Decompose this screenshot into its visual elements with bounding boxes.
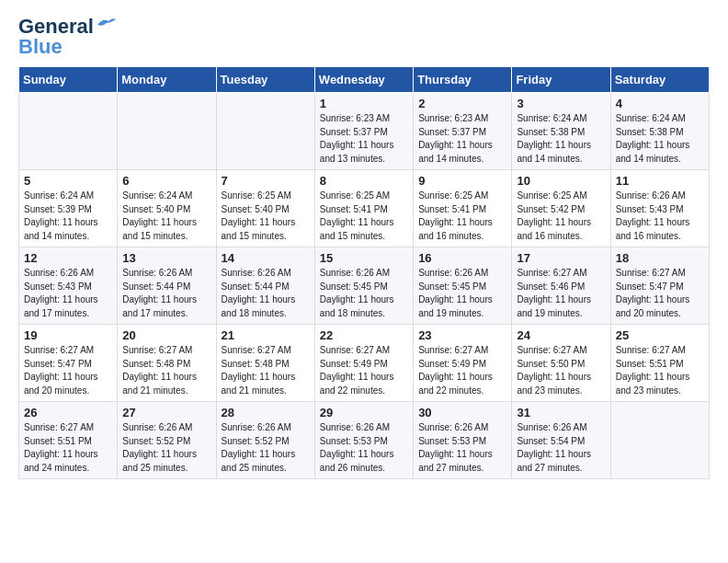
calendar-cell: [19, 93, 118, 170]
day-number: 18: [616, 251, 704, 265]
day-info: Sunrise: 6:25 AMSunset: 5:41 PMDaylight:…: [418, 190, 506, 243]
logo: General Blue: [18, 15, 116, 59]
page: General Blue SundayMondayTuesdayWednesda…: [0, 0, 728, 494]
calendar-cell: 10Sunrise: 6:25 AMSunset: 5:42 PMDayligh…: [512, 170, 610, 247]
day-number: 16: [418, 251, 506, 265]
weekday-header-sunday: Sunday: [19, 67, 118, 93]
day-info: Sunrise: 6:24 AMSunset: 5:38 PMDaylight:…: [616, 112, 704, 166]
calendar-cell: 6Sunrise: 6:24 AMSunset: 5:40 PMDaylight…: [118, 170, 216, 247]
day-info: Sunrise: 6:23 AMSunset: 5:37 PMDaylight:…: [418, 112, 506, 166]
logo-bird-icon: [96, 16, 116, 32]
day-info: Sunrise: 6:27 AMSunset: 5:48 PMDaylight:…: [122, 344, 210, 397]
day-info: Sunrise: 6:25 AMSunset: 5:41 PMDaylight:…: [320, 190, 408, 243]
weekday-header-row: SundayMondayTuesdayWednesdayThursdayFrid…: [19, 67, 710, 93]
calendar-cell: 28Sunrise: 6:26 AMSunset: 5:52 PMDayligh…: [216, 402, 314, 479]
day-number: 21: [222, 328, 310, 342]
weekday-header-tuesday: Tuesday: [216, 67, 314, 93]
calendar-week-row: 12Sunrise: 6:26 AMSunset: 5:43 PMDayligh…: [19, 247, 710, 325]
day-info: Sunrise: 6:26 AMSunset: 5:52 PMDaylight:…: [122, 421, 210, 475]
day-info: Sunrise: 6:27 AMSunset: 5:50 PMDaylight:…: [517, 344, 605, 397]
day-info: Sunrise: 6:27 AMSunset: 5:49 PMDaylight:…: [320, 344, 408, 397]
day-number: 29: [320, 406, 408, 419]
day-number: 11: [616, 174, 704, 188]
day-info: Sunrise: 6:26 AMSunset: 5:53 PMDaylight:…: [418, 421, 506, 475]
day-info: Sunrise: 6:23 AMSunset: 5:37 PMDaylight:…: [320, 112, 408, 166]
weekday-header-thursday: Thursday: [414, 67, 512, 93]
calendar-cell: 5Sunrise: 6:24 AMSunset: 5:39 PMDaylight…: [19, 170, 118, 247]
calendar-week-row: 19Sunrise: 6:27 AMSunset: 5:47 PMDayligh…: [19, 325, 710, 402]
weekday-header-friday: Friday: [512, 67, 610, 93]
day-number: 15: [320, 251, 408, 265]
day-number: 2: [418, 97, 506, 110]
day-number: 1: [320, 97, 408, 110]
day-number: 24: [517, 328, 605, 342]
day-info: Sunrise: 6:27 AMSunset: 5:51 PMDaylight:…: [616, 344, 704, 397]
day-number: 30: [418, 406, 506, 419]
calendar-cell: 12Sunrise: 6:26 AMSunset: 5:43 PMDayligh…: [19, 247, 118, 325]
calendar-cell: 4Sunrise: 6:24 AMSunset: 5:38 PMDaylight…: [610, 93, 709, 170]
day-number: 6: [122, 174, 210, 188]
day-number: 28: [222, 406, 310, 419]
weekday-header-wednesday: Wednesday: [314, 67, 413, 93]
calendar-cell: 20Sunrise: 6:27 AMSunset: 5:48 PMDayligh…: [118, 325, 216, 402]
calendar-cell: 31Sunrise: 6:26 AMSunset: 5:54 PMDayligh…: [512, 402, 610, 479]
calendar-cell: [216, 93, 314, 170]
weekday-header-saturday: Saturday: [610, 67, 709, 93]
day-info: Sunrise: 6:27 AMSunset: 5:49 PMDaylight:…: [418, 344, 506, 397]
day-number: 9: [418, 174, 506, 188]
day-number: 22: [320, 328, 408, 342]
calendar-cell: 22Sunrise: 6:27 AMSunset: 5:49 PMDayligh…: [314, 325, 413, 402]
day-info: Sunrise: 6:26 AMSunset: 5:45 PMDaylight:…: [418, 267, 506, 320]
day-info: Sunrise: 6:26 AMSunset: 5:54 PMDaylight:…: [517, 421, 605, 475]
calendar-cell: 25Sunrise: 6:27 AMSunset: 5:51 PMDayligh…: [610, 325, 709, 402]
calendar-cell: 2Sunrise: 6:23 AMSunset: 5:37 PMDaylight…: [414, 93, 512, 170]
day-info: Sunrise: 6:24 AMSunset: 5:40 PMDaylight:…: [122, 190, 210, 243]
day-number: 10: [517, 174, 605, 188]
calendar-cell: 8Sunrise: 6:25 AMSunset: 5:41 PMDaylight…: [314, 170, 413, 247]
day-info: Sunrise: 6:26 AMSunset: 5:52 PMDaylight:…: [222, 421, 310, 475]
calendar-cell: 13Sunrise: 6:26 AMSunset: 5:44 PMDayligh…: [118, 247, 216, 325]
day-info: Sunrise: 6:24 AMSunset: 5:39 PMDaylight:…: [24, 190, 112, 243]
day-info: Sunrise: 6:27 AMSunset: 5:47 PMDaylight:…: [24, 344, 112, 397]
calendar-cell: 27Sunrise: 6:26 AMSunset: 5:52 PMDayligh…: [118, 402, 216, 479]
day-info: Sunrise: 6:26 AMSunset: 5:43 PMDaylight:…: [616, 190, 704, 243]
day-number: 8: [320, 174, 408, 188]
day-info: Sunrise: 6:27 AMSunset: 5:51 PMDaylight:…: [24, 421, 112, 475]
day-number: 4: [616, 97, 704, 110]
calendar-week-row: 5Sunrise: 6:24 AMSunset: 5:39 PMDaylight…: [19, 170, 710, 247]
day-number: 5: [24, 174, 112, 188]
calendar-cell: 11Sunrise: 6:26 AMSunset: 5:43 PMDayligh…: [610, 170, 709, 247]
day-info: Sunrise: 6:27 AMSunset: 5:47 PMDaylight:…: [616, 267, 704, 320]
day-number: 27: [122, 406, 210, 419]
header: General Blue: [18, 15, 710, 59]
day-number: 12: [24, 251, 112, 265]
calendar-cell: 19Sunrise: 6:27 AMSunset: 5:47 PMDayligh…: [19, 325, 118, 402]
calendar-table: SundayMondayTuesdayWednesdayThursdayFrid…: [18, 66, 710, 479]
calendar-cell: 15Sunrise: 6:26 AMSunset: 5:45 PMDayligh…: [314, 247, 413, 325]
calendar-cell: [118, 93, 216, 170]
day-number: 26: [24, 406, 112, 419]
calendar-cell: 1Sunrise: 6:23 AMSunset: 5:37 PMDaylight…: [314, 93, 413, 170]
calendar-cell: 14Sunrise: 6:26 AMSunset: 5:44 PMDayligh…: [216, 247, 314, 325]
calendar-cell: 3Sunrise: 6:24 AMSunset: 5:38 PMDaylight…: [512, 93, 610, 170]
day-info: Sunrise: 6:26 AMSunset: 5:43 PMDaylight:…: [24, 267, 112, 320]
calendar-week-row: 26Sunrise: 6:27 AMSunset: 5:51 PMDayligh…: [19, 402, 710, 479]
day-info: Sunrise: 6:24 AMSunset: 5:38 PMDaylight:…: [517, 112, 605, 166]
day-number: 13: [122, 251, 210, 265]
day-info: Sunrise: 6:26 AMSunset: 5:44 PMDaylight:…: [222, 267, 310, 320]
day-number: 17: [517, 251, 605, 265]
calendar-week-row: 1Sunrise: 6:23 AMSunset: 5:37 PMDaylight…: [19, 93, 710, 170]
calendar-cell: 24Sunrise: 6:27 AMSunset: 5:50 PMDayligh…: [512, 325, 610, 402]
day-info: Sunrise: 6:27 AMSunset: 5:46 PMDaylight:…: [517, 267, 605, 320]
calendar-cell: 29Sunrise: 6:26 AMSunset: 5:53 PMDayligh…: [314, 402, 413, 479]
day-number: 14: [222, 251, 310, 265]
calendar-cell: 30Sunrise: 6:26 AMSunset: 5:53 PMDayligh…: [414, 402, 512, 479]
logo-blue: Blue: [18, 35, 63, 59]
day-number: 31: [517, 406, 605, 419]
day-number: 25: [616, 328, 704, 342]
calendar-cell: 16Sunrise: 6:26 AMSunset: 5:45 PMDayligh…: [414, 247, 512, 325]
day-info: Sunrise: 6:25 AMSunset: 5:40 PMDaylight:…: [222, 190, 310, 243]
calendar-cell: 18Sunrise: 6:27 AMSunset: 5:47 PMDayligh…: [610, 247, 709, 325]
day-number: 7: [222, 174, 310, 188]
day-number: 23: [418, 328, 506, 342]
